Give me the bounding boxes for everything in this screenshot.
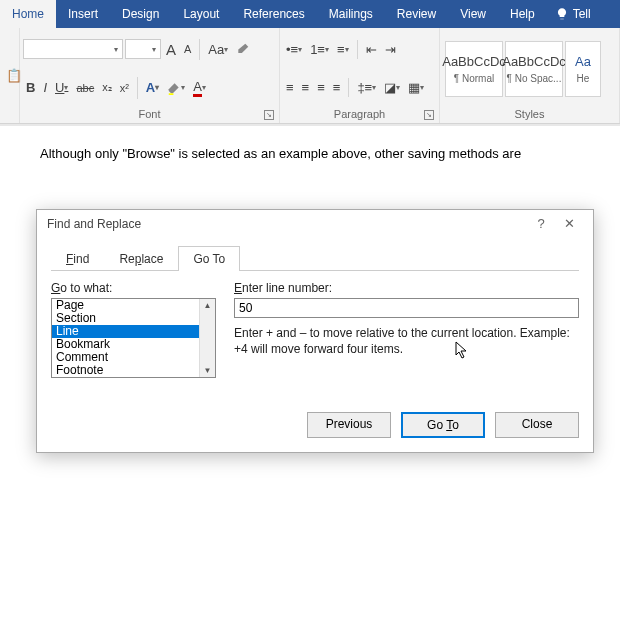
ribbon-content: 📋 ▾ ▾ A A Aa▾ B I U▾ abc x₂ x² A▾ ▾ (0, 28, 620, 124)
list-item-footnote[interactable]: Footnote (52, 364, 215, 377)
tab-review[interactable]: Review (385, 0, 448, 28)
go-to-what-list[interactable]: Page Section Line Bookmark Comment Footn… (51, 298, 216, 378)
borders-button[interactable]: ▦▾ (405, 78, 427, 97)
clear-formatting-button[interactable] (233, 40, 253, 58)
dialog-help-button[interactable]: ? (527, 216, 555, 231)
ribbon-tabs: Home Insert Design Layout References Mai… (0, 0, 620, 28)
change-case-button[interactable]: Aa▾ (205, 40, 231, 59)
decrease-indent-button[interactable]: ⇤ (363, 40, 380, 59)
dialog-titlebar[interactable]: Find and Replace ? ✕ (37, 210, 593, 237)
dialog-close-button[interactable]: ✕ (555, 216, 583, 231)
font-name-combo[interactable]: ▾ (23, 39, 123, 59)
line-number-input[interactable] (234, 298, 579, 318)
bullets-button[interactable]: •≡▾ (283, 40, 305, 59)
underline-button[interactable]: U▾ (52, 78, 71, 97)
font-size-combo[interactable]: ▾ (125, 39, 161, 59)
tell-me-label: Tell (573, 7, 591, 21)
superscript-button[interactable]: x² (117, 80, 132, 96)
italic-button[interactable]: I (40, 78, 50, 97)
highlighter-icon (167, 81, 181, 95)
tab-design[interactable]: Design (110, 0, 171, 28)
style-no-spacing[interactable]: AaBbCcDc¶ No Spac... (505, 41, 563, 97)
svg-rect-0 (169, 93, 174, 95)
align-right-button[interactable]: ≡ (314, 78, 328, 97)
eraser-icon (236, 42, 250, 56)
paragraph-group-label: Paragraph↘ (283, 107, 436, 121)
grow-font-button[interactable]: A (163, 39, 179, 60)
document-area[interactable]: Although only "Browse" is selected as an… (0, 124, 620, 184)
text-effects-button[interactable]: A▾ (143, 78, 162, 97)
lightbulb-icon (555, 7, 569, 21)
styles-group: AaBbCcDc¶ Normal AaBbCcDc¶ No Spac... Aa… (440, 28, 620, 123)
bold-button[interactable]: B (23, 78, 38, 97)
dialog-tabs: Find Replace Go To (51, 245, 579, 271)
line-spacing-button[interactable]: ‡≡▾ (354, 78, 379, 97)
numbering-button[interactable]: 1≡▾ (307, 40, 332, 59)
document-body-text: Although only "Browse" is selected as an… (40, 146, 580, 161)
goto-button[interactable]: Go To (401, 412, 485, 438)
tab-home[interactable]: Home (0, 0, 56, 28)
align-left-button[interactable]: ≡ (283, 78, 297, 97)
font-group: ▾ ▾ A A Aa▾ B I U▾ abc x₂ x² A▾ ▾ A▾ Fo (20, 28, 280, 123)
previous-button[interactable]: Previous (307, 412, 391, 438)
subscript-button[interactable]: x₂ (99, 79, 115, 96)
tab-find[interactable]: Find (51, 246, 104, 271)
strike-button[interactable]: abc (73, 80, 97, 96)
paragraph-dialog-launcher[interactable]: ↘ (424, 110, 434, 120)
tab-layout[interactable]: Layout (171, 0, 231, 28)
styles-group-label: Styles (443, 107, 616, 121)
highlight-button[interactable]: ▾ (164, 79, 188, 97)
shrink-font-button[interactable]: A (181, 41, 194, 57)
align-center-button[interactable]: ≡ (299, 78, 313, 97)
font-group-label: Font↘ (23, 107, 276, 121)
tell-me[interactable]: Tell (547, 0, 599, 28)
paste-button[interactable]: 📋 (3, 66, 16, 85)
close-button[interactable]: Close (495, 412, 579, 438)
tab-insert[interactable]: Insert (56, 0, 110, 28)
tab-help[interactable]: Help (498, 0, 547, 28)
tab-references[interactable]: References (231, 0, 316, 28)
scroll-down-icon[interactable]: ▼ (204, 364, 212, 377)
shading-button[interactable]: ◪▾ (381, 78, 403, 97)
goto-hint-text: Enter + and – to move relative to the cu… (234, 326, 579, 357)
tab-view[interactable]: View (448, 0, 498, 28)
justify-button[interactable]: ≡ (330, 78, 344, 97)
list-scrollbar[interactable]: ▲ ▼ (199, 299, 215, 377)
find-replace-dialog: Find and Replace ? ✕ Find Replace Go To … (36, 209, 594, 453)
clipboard-group: 📋 (0, 28, 20, 123)
style-heading[interactable]: AaHe (565, 41, 601, 97)
multilevel-button[interactable]: ≡▾ (334, 40, 352, 59)
style-normal[interactable]: AaBbCcDc¶ Normal (445, 41, 503, 97)
dialog-title: Find and Replace (47, 217, 141, 231)
tab-goto[interactable]: Go To (178, 246, 240, 271)
font-dialog-launcher[interactable]: ↘ (264, 110, 274, 120)
font-color-button[interactable]: A▾ (190, 77, 209, 99)
paragraph-group: •≡▾ 1≡▾ ≡▾ ⇤ ⇥ ≡ ≡ ≡ ≡ ‡≡▾ ◪▾ ▦▾ Paragra… (280, 28, 440, 123)
enter-line-label: Enter line number: (234, 281, 579, 295)
increase-indent-button[interactable]: ⇥ (382, 40, 399, 59)
go-to-what-label: Go to what: (51, 281, 216, 295)
tab-mailings[interactable]: Mailings (317, 0, 385, 28)
scroll-up-icon[interactable]: ▲ (204, 299, 212, 312)
tab-replace[interactable]: Replace (104, 246, 178, 271)
